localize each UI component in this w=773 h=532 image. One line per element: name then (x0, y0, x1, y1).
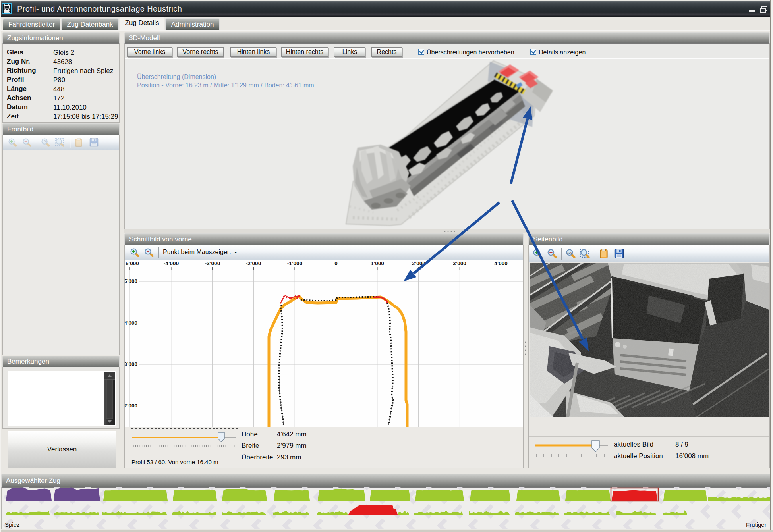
svg-text:2’000: 2’000 (125, 403, 137, 409)
svg-text:5’000: 5’000 (125, 278, 137, 284)
svg-text:4’000: 4’000 (125, 320, 137, 326)
svg-text:-4’000: -4’000 (164, 260, 179, 266)
svg-text:100: 100 (43, 140, 47, 143)
svg-text:-1’000: -1’000 (287, 260, 302, 266)
svg-text:2’000: 2’000 (412, 260, 425, 266)
svg-text:-3’000: -3’000 (205, 260, 220, 266)
svg-text:3’000: 3’000 (453, 260, 466, 266)
svg-text:100: 100 (567, 251, 572, 254)
svg-text:0: 0 (334, 260, 338, 266)
svg-text:-2’000: -2’000 (246, 260, 261, 266)
svg-text:5’000: 5’000 (126, 260, 139, 266)
svg-text:4’000: 4’000 (494, 260, 508, 266)
svg-text:1’000: 1’000 (371, 260, 384, 266)
svg-text:3’000: 3’000 (125, 361, 137, 367)
